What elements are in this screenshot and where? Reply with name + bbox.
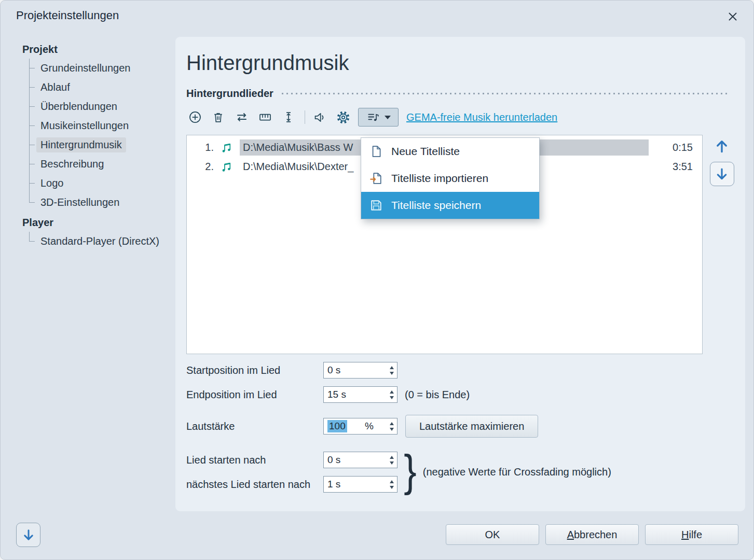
keyboard-icon <box>258 110 272 124</box>
spin-up-icon[interactable] <box>390 366 394 369</box>
volume-spinner[interactable]: 100 % <box>323 418 397 435</box>
song-start-row: Lied starten nach 0 s <box>186 452 397 468</box>
nav-tree-player: Standard-Player (DirectX) <box>29 232 174 251</box>
menu-item-neue-titelliste[interactable]: Neue Titelliste <box>361 138 539 165</box>
next-song-start-spinner[interactable]: 1 s <box>323 476 397 493</box>
titlelist-menu-button[interactable] <box>358 108 399 127</box>
menu-item-titelliste-speichern[interactable]: Titelliste speichern <box>361 192 539 219</box>
song-start-spinner[interactable]: 0 s <box>323 452 397 468</box>
playlist-icon <box>366 110 380 124</box>
menu-item-titelliste-importieren[interactable]: Titelliste importieren <box>361 165 539 192</box>
menu-item-label: Titelliste importieren <box>391 172 488 185</box>
spin-down-icon[interactable] <box>390 428 394 431</box>
row-index: 2. <box>198 161 214 173</box>
next-song-start-value: 1 s <box>324 477 387 492</box>
endposition-note: (0 = bis Ende) <box>405 389 470 401</box>
settings-nav: Projekt Grundeinstellungen Ablauf Überbl… <box>22 40 174 252</box>
spin-down-icon[interactable] <box>390 461 394 465</box>
startposition-value: 0 s <box>324 362 387 378</box>
help-button[interactable]: Hilfe <box>645 524 738 545</box>
spin-down-icon[interactable] <box>390 486 394 489</box>
arrow-down-icon <box>21 527 36 543</box>
spin-up-icon[interactable] <box>390 480 394 483</box>
settings-button[interactable] <box>335 109 352 126</box>
chevron-down-icon <box>385 116 391 119</box>
new-document-icon <box>369 144 383 159</box>
song-start-label: Lied starten nach <box>186 454 323 466</box>
crossfade-group: Lied starten nach 0 s nächstes Lied star… <box>186 451 734 494</box>
dotted-divider <box>282 93 730 94</box>
endposition-row: Endposition im Lied 15 s (0 = bis Ende) <box>186 386 734 403</box>
keyboard-button[interactable] <box>256 109 273 126</box>
resize-vertical-icon <box>281 110 296 124</box>
spin-up-icon[interactable] <box>390 390 394 394</box>
titlelist-menu: Neue Titelliste Titelliste importieren T… <box>361 137 540 219</box>
music-note-icon <box>220 141 234 155</box>
spin-buttons <box>387 362 397 378</box>
add-icon <box>188 110 202 124</box>
endposition-label: Endposition im Lied <box>186 389 323 401</box>
toolbar-separator <box>305 110 305 124</box>
playlist-toolbar: GEMA-freie Musik herunterladen <box>186 107 734 127</box>
volume-unit: % <box>365 418 387 434</box>
save-disk-icon <box>369 198 383 213</box>
project-settings-dialog: Projekteinstellungen Projekt Grundeinste… <box>0 0 754 560</box>
speaker-icon <box>312 110 327 125</box>
move-up-button[interactable] <box>710 135 733 158</box>
startposition-label: Startposition im Lied <box>186 365 323 376</box>
dialog-buttons: OK Abbrechen Hilfe <box>446 524 738 545</box>
swap-arrows-icon <box>235 110 249 124</box>
music-note-icon <box>220 160 234 174</box>
add-song-button[interactable] <box>186 109 203 126</box>
sidebar-item-standard-player[interactable]: Standard-Player (DirectX) <box>29 232 174 251</box>
section-label: Hintergrundlieder <box>186 88 273 100</box>
arrow-up-icon <box>713 137 731 155</box>
song-duration: 3:51 <box>664 161 693 173</box>
sidebar-item-logo[interactable]: Logo <box>29 174 174 193</box>
song-start-value: 0 s <box>324 452 387 468</box>
volume-label: Lautstärke <box>186 421 323 432</box>
sidebar-item-3d-einstellungen[interactable]: 3D-Einstellungen <box>29 193 174 212</box>
spin-up-icon[interactable] <box>390 456 394 459</box>
cancel-button[interactable]: Abbrechen <box>545 524 639 545</box>
sidebar-item-musikeinstellungen[interactable]: Musikeinstellungen <box>29 116 174 135</box>
ok-button[interactable]: OK <box>446 524 539 545</box>
swap-songs-button[interactable] <box>233 109 250 126</box>
volume-value: 100 <box>327 420 347 432</box>
next-song-start-label: nächstes Lied starten nach <box>186 479 323 491</box>
arrow-down-icon <box>714 166 730 183</box>
window-title: Projekteinstellungen <box>16 9 119 22</box>
spin-down-icon[interactable] <box>390 396 394 399</box>
delete-song-button[interactable] <box>210 109 227 126</box>
page-title: Hintergrundmusik <box>186 51 745 75</box>
trash-icon <box>211 110 225 124</box>
section-header: Hintergrundlieder <box>186 88 730 100</box>
collapse-dialog-button[interactable] <box>16 523 40 547</box>
move-down-button[interactable] <box>710 162 734 186</box>
maximize-volume-button[interactable]: Lautstärke maximieren <box>405 415 538 438</box>
import-document-icon <box>369 171 383 186</box>
sidebar-item-ablauf[interactable]: Ablauf <box>29 78 174 97</box>
close-icon[interactable] <box>725 9 740 24</box>
sidebar-item-grundeinstellungen[interactable]: Grundeinstellungen <box>29 59 174 78</box>
endposition-spinner[interactable]: 15 s <box>323 386 397 403</box>
spin-buttons <box>387 418 397 434</box>
gema-music-link[interactable]: GEMA-freie Musik herunterladen <box>406 111 557 123</box>
sidebar-item-beschreibung[interactable]: Beschreibung <box>29 155 174 174</box>
nav-group-player: Player <box>22 213 174 232</box>
menu-item-label: Neue Titelliste <box>391 145 460 158</box>
startposition-row: Startposition im Lied 0 s <box>186 362 734 379</box>
song-duration: 0:15 <box>664 142 693 153</box>
spin-up-icon[interactable] <box>390 422 394 425</box>
startposition-spinner[interactable]: 0 s <box>323 362 397 379</box>
sidebar-item-hintergrundmusik[interactable]: Hintergrundmusik <box>29 135 174 155</box>
row-index: 1. <box>198 142 214 153</box>
volume-button[interactable] <box>311 109 328 126</box>
reorder-controls <box>709 135 734 354</box>
spin-buttons <box>387 452 397 468</box>
sidebar-item-ueberblendungen[interactable]: Überblendungen <box>29 97 174 116</box>
spin-down-icon[interactable] <box>390 372 394 375</box>
spin-buttons <box>387 387 397 402</box>
crossfade-note: (negative Werte für Crossfading möglich) <box>423 466 611 478</box>
song-length-button[interactable] <box>280 109 297 126</box>
